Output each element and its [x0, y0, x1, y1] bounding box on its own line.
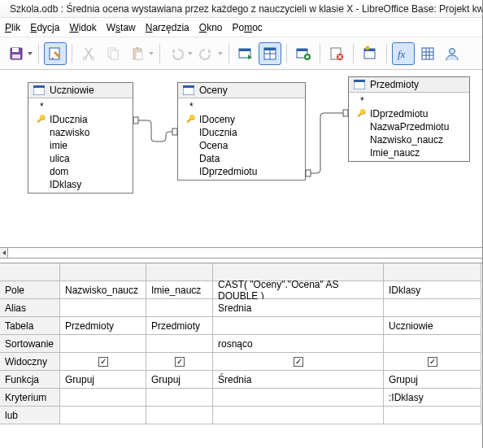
table-przedmioty[interactable]: Przedmioty *🔑IDprzedmiotuNazwaPrzedmiotu… — [348, 76, 470, 162]
rowhead-funkcja: Funkcja — [0, 371, 60, 389]
table-field[interactable]: * — [349, 94, 469, 107]
cell-lub-2[interactable] — [146, 407, 213, 424]
cell-kryt-1[interactable] — [60, 389, 146, 407]
rowhead-pole: Pole — [0, 281, 60, 299]
cell-vis-3[interactable] — [213, 353, 384, 371]
cell-tabela-1[interactable]: Przedmioty — [60, 317, 146, 335]
cell-alias-2[interactable] — [146, 299, 213, 317]
table-field[interactable]: Data — [178, 152, 305, 165]
corner-cell — [0, 263, 60, 281]
menu-insert[interactable]: Wstaw — [107, 22, 136, 33]
svg-rect-36 — [354, 80, 365, 82]
add-table-button[interactable] — [292, 42, 315, 65]
cell-sort-3[interactable]: rosnąco — [213, 335, 384, 353]
cell-vis-2[interactable] — [146, 353, 213, 371]
cell-vis-1[interactable] — [60, 353, 146, 371]
svg-rect-10 — [136, 52, 142, 59]
table-field[interactable]: Nazwisko_naucz — [349, 133, 469, 146]
toolbar: fx — [0, 37, 482, 70]
save-button[interactable] — [5, 42, 28, 65]
menu-edit[interactable]: Edycja — [30, 22, 59, 33]
svg-rect-12 — [239, 49, 250, 51]
cut-button[interactable] — [77, 42, 100, 65]
cell-pole-3[interactable]: CAST( "Oceny"."Ocena" AS DOUBLE ) — [213, 281, 384, 299]
paste-dropdown[interactable] — [148, 52, 154, 55]
menu-tools[interactable]: Narzędzia — [146, 22, 189, 33]
copy-button[interactable] — [102, 42, 124, 65]
menu-view[interactable]: Widok — [69, 22, 96, 33]
cell-vis-4[interactable] — [384, 353, 481, 371]
table-view-button[interactable] — [416, 42, 439, 65]
save-dropdown[interactable] — [27, 52, 33, 55]
menubar: Plik Edycja Widok Wstaw Narzędzia Okno P… — [0, 18, 482, 37]
table-field[interactable]: 🔑IDoceny — [178, 113, 305, 126]
table-field[interactable]: dom — [28, 165, 133, 178]
table-field[interactable]: IDprzedmiotu — [178, 165, 305, 178]
cell-funkcja-4[interactable]: Grupuj — [384, 371, 481, 389]
edit-mode-button[interactable] — [44, 42, 67, 65]
col-head-1[interactable] — [60, 263, 146, 281]
cell-kryt-3[interactable] — [213, 389, 384, 407]
cell-funkcja-2[interactable]: Grupuj — [146, 371, 213, 389]
table-field[interactable]: * — [178, 100, 305, 113]
menu-window[interactable]: Okno — [199, 22, 223, 33]
new-query-button[interactable] — [359, 42, 381, 65]
paste-button[interactable] — [126, 42, 149, 65]
table-field[interactable]: * — [28, 100, 133, 113]
undo-button[interactable] — [165, 42, 188, 65]
cell-lub-3[interactable] — [213, 407, 384, 424]
table-field[interactable]: IDklasy — [28, 178, 133, 191]
window-titlebar: Szkola.odb : Średnia ocena wystawiana pr… — [0, 0, 482, 18]
svg-rect-37 — [133, 117, 138, 124]
cell-kryt-4[interactable]: :IDklasy — [384, 389, 481, 407]
clear-query-button[interactable] — [325, 42, 348, 65]
cell-sort-1[interactable] — [60, 335, 146, 353]
table-field[interactable]: ulica — [28, 152, 133, 165]
cell-tabela-3[interactable] — [213, 317, 384, 335]
table-field[interactable]: nazwisko — [28, 126, 133, 139]
table-field[interactable]: 🔑IDprzedmiotu — [349, 107, 469, 120]
cell-tabela-4[interactable]: Uczniowie — [384, 317, 481, 335]
cell-pole-2[interactable]: Imie_naucz — [146, 281, 213, 299]
cell-alias-4[interactable] — [384, 299, 481, 317]
col-head-2[interactable] — [146, 263, 213, 281]
cell-alias-1[interactable] — [60, 299, 146, 317]
cell-alias-3[interactable]: Srednia — [213, 299, 384, 317]
user-button[interactable] — [441, 42, 463, 65]
cell-sort-2[interactable] — [146, 335, 213, 353]
functions-button[interactable]: fx — [392, 42, 415, 65]
table-field[interactable]: IDucznia — [178, 126, 305, 139]
redo-button[interactable] — [195, 42, 218, 65]
svg-rect-2 — [12, 54, 20, 59]
cell-lub-4[interactable] — [384, 407, 481, 424]
table-icon — [354, 80, 365, 89]
cell-funkcja-1[interactable]: Grupuj — [60, 371, 146, 389]
cell-pole-1[interactable]: Nazwisko_naucz — [60, 281, 146, 299]
menu-file[interactable]: Plik — [5, 22, 20, 33]
undo-dropdown[interactable] — [187, 52, 194, 55]
cell-pole-4[interactable]: IDklasy — [384, 281, 481, 299]
relations-pane[interactable]: Uczniowie *🔑IDucznianazwiskoimieulicadom… — [0, 70, 482, 247]
cell-funkcja-3[interactable]: Średnia — [213, 371, 384, 389]
cell-kryt-2[interactable] — [146, 389, 213, 407]
table-field[interactable]: NazwaPrzedmiotu — [349, 120, 469, 133]
menu-help[interactable]: Pomoc — [232, 22, 262, 33]
scroll-left-strip[interactable] — [0, 247, 482, 259]
table-field[interactable]: Imie_naucz — [349, 146, 469, 159]
cell-tabela-2[interactable]: Przedmioty — [146, 317, 213, 335]
table-field[interactable]: 🔑IDucznia — [28, 113, 133, 126]
run-query-button[interactable] — [234, 42, 257, 65]
table-icon — [183, 85, 194, 95]
svg-rect-14 — [264, 48, 276, 50]
col-head-4[interactable] — [384, 263, 481, 281]
table-oceny[interactable]: Oceny *🔑IDocenyIDuczniaOcenaDataIDprzedm… — [177, 82, 306, 181]
design-view-button[interactable] — [259, 42, 281, 65]
redo-dropdown[interactable] — [217, 52, 224, 55]
svg-rect-9 — [136, 47, 139, 50]
svg-rect-34 — [183, 85, 194, 88]
table-uczniowie[interactable]: Uczniowie *🔑IDucznianazwiskoimieulicadom… — [28, 82, 133, 194]
table-field[interactable]: imie — [28, 139, 133, 152]
table-field[interactable]: Ocena — [178, 139, 305, 152]
cell-sort-4[interactable] — [384, 335, 481, 353]
cell-lub-1[interactable] — [60, 407, 146, 424]
